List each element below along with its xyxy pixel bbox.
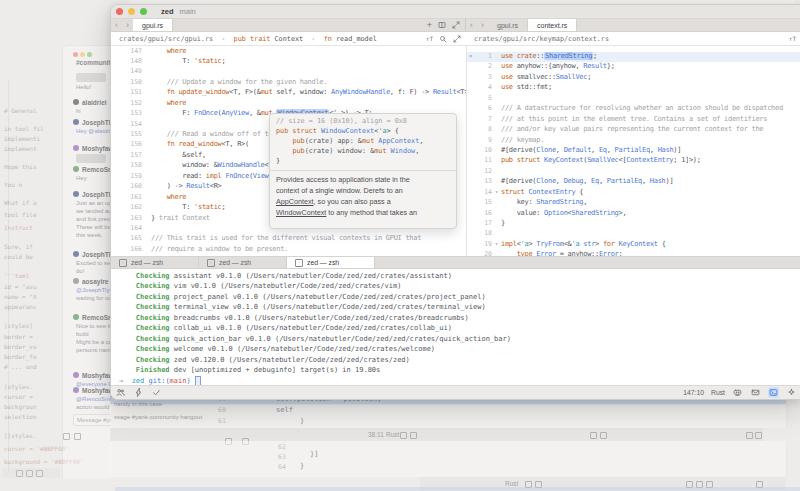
avatar bbox=[73, 251, 79, 257]
text-seg: AppContext bbox=[378, 137, 419, 145]
terminal-tab[interactable]: ›zed — zsh bbox=[287, 257, 375, 268]
chat-message: Just as an update bbox=[76, 200, 111, 206]
chat-username: aosayire bbox=[82, 278, 108, 285]
code-text: ) -> Result<R> bbox=[151, 182, 221, 192]
nav-back-icon[interactable]: ‹ bbox=[466, 19, 477, 31]
nav-back-icon[interactable]: ‹ bbox=[111, 19, 122, 31]
text-seg: std::fmt; bbox=[517, 83, 552, 91]
left-pane-tabbar: ‹ › gpui.rs + bbox=[111, 19, 466, 31]
line-number: 161 bbox=[116, 193, 142, 203]
text-seg: /// at this point in the element tree. C… bbox=[501, 115, 767, 123]
text-seg: › bbox=[213, 35, 233, 43]
text-seg: Hash bbox=[650, 177, 666, 185]
zap-icon[interactable] bbox=[133, 387, 144, 398]
terminal-line: Checking collab_ui v0.1.0 (/Users/natebu… bbox=[111, 324, 800, 334]
chat-message: Excited to see w bbox=[76, 260, 111, 266]
copilot-icon[interactable] bbox=[732, 387, 743, 398]
text-seg: impl bbox=[206, 172, 222, 180]
gutter-space bbox=[142, 78, 151, 88]
code-line: 7 /// at this point in the element tree.… bbox=[467, 115, 800, 125]
text-seg: ; bbox=[587, 73, 591, 81]
text-seg: fn update_window bbox=[151, 88, 229, 96]
cursor-position[interactable]: 147:10 bbox=[683, 389, 704, 396]
editor-pane-context[interactable]: ∗1 use crate::SharedString;2 use anyhow:… bbox=[467, 46, 800, 256]
code-line: 17 } bbox=[467, 219, 800, 229]
code-line: 165 /// This trait is used for the diffe… bbox=[111, 234, 466, 244]
code-text: fn update_window<T, F>(&mut self, window… bbox=[151, 88, 466, 98]
chat-icon[interactable] bbox=[63, 433, 70, 440]
breadcrumb[interactable]: crates/gpui/src/keymap/context.rs ↑T bbox=[466, 32, 800, 45]
assistant-icon[interactable] bbox=[786, 387, 797, 398]
minimize-icon[interactable] bbox=[80, 52, 85, 57]
close-icon[interactable] bbox=[73, 52, 78, 57]
text-seg: , so you can also pass a bbox=[314, 197, 391, 206]
text-seg: WindowHandle bbox=[218, 161, 265, 169]
new-tab-icon[interactable]: + bbox=[427, 21, 432, 30]
code-text: T: 'static; bbox=[151, 57, 225, 67]
pane-divider[interactable] bbox=[466, 46, 467, 256]
fold-arrow-icon[interactable]: ▾ bbox=[492, 240, 501, 250]
close-icon[interactable] bbox=[116, 8, 123, 15]
text-seg: Option bbox=[544, 209, 568, 217]
search-icon[interactable] bbox=[438, 34, 447, 43]
language-selector[interactable]: Rust bbox=[711, 389, 725, 396]
zoom-icon[interactable] bbox=[140, 8, 147, 15]
text-seg: where bbox=[151, 99, 186, 107]
gutter-space bbox=[142, 151, 151, 161]
diagnostics-check-icon[interactable] bbox=[151, 387, 162, 398]
line-number: 9 bbox=[472, 136, 492, 146]
code-action-icon[interactable]: ∗ bbox=[469, 52, 472, 59]
text-seg: Checking bbox=[119, 282, 170, 290]
text-seg: { bbox=[658, 240, 666, 248]
gutter-space bbox=[492, 167, 501, 177]
popup-code-line: pub(crate) app: &mut AppContext, bbox=[276, 137, 450, 147]
title-bar[interactable]: zed main bbox=[111, 5, 800, 19]
tab-context-rs[interactable]: context.rs bbox=[528, 19, 577, 31]
text-seg: 'static bbox=[194, 203, 221, 211]
buffer-search-icon[interactable]: ↑T bbox=[426, 35, 433, 42]
panel-icon bbox=[756, 481, 763, 488]
code-text: read: impl FnOnce(View<T bbox=[151, 172, 276, 182]
collab-users-icon[interactable] bbox=[115, 387, 126, 398]
terminal-line: Checking zed v0.120.0 (/Users/natebutler… bbox=[111, 356, 800, 366]
terminal-line: Checking vim v0.1.0 (/Users/natebutler/C… bbox=[111, 282, 800, 292]
text-seg: KeyContext bbox=[619, 240, 658, 248]
expand-icon[interactable] bbox=[452, 34, 461, 43]
split-icon[interactable] bbox=[437, 21, 446, 30]
text-seg: Checking bbox=[119, 335, 170, 343]
breadcrumb[interactable]: crates/gpui/src/gpui.rs › pub trait Cont… bbox=[111, 32, 466, 45]
zoom-icon[interactable] bbox=[87, 52, 92, 57]
nav-forward-icon[interactable]: › bbox=[477, 19, 488, 31]
terminal-tab[interactable]: ›zed — zsh bbox=[111, 257, 199, 268]
terminal-tab[interactable]: ›zed — zsh bbox=[199, 257, 287, 268]
zoom-pane-icon[interactable] bbox=[451, 21, 460, 30]
text-seg: use bbox=[501, 83, 517, 91]
chat-mention: @RemcoSmitsD bbox=[76, 396, 111, 402]
tab-gpui-rs[interactable]: gpui.rs bbox=[133, 19, 173, 31]
cursor-position: 38:11 bbox=[368, 431, 384, 438]
code-line: 16 value: Option<SharedString>, bbox=[467, 209, 800, 219]
code-text: /// keymap. bbox=[501, 136, 544, 146]
gutter-space bbox=[492, 94, 501, 104]
text-seg: , bbox=[583, 198, 587, 206]
chat-message-input[interactable]: Message #yank-c bbox=[73, 414, 111, 426]
breadcrumb-row: crates/gpui/src/gpui.rs › pub trait Cont… bbox=[111, 32, 800, 46]
divider bbox=[270, 170, 456, 171]
background-statusbar: Rust bbox=[420, 477, 786, 490]
gutter-space bbox=[492, 104, 501, 114]
fold-arrow-icon[interactable]: ▾ bbox=[492, 188, 501, 198]
terminal-toggle-icon[interactable] bbox=[768, 387, 779, 398]
feedback-envelope-icon[interactable] bbox=[750, 387, 761, 398]
tab-gpui-rs[interactable]: gpui.rs bbox=[488, 19, 528, 31]
gutter-space bbox=[142, 57, 151, 67]
nav-forward-icon[interactable]: › bbox=[122, 19, 133, 31]
minimize-icon[interactable] bbox=[128, 8, 135, 15]
chat-icon[interactable] bbox=[74, 433, 81, 440]
terminal-panel[interactable]: Checking assistant v0.1.0 (/Users/natebu… bbox=[111, 269, 800, 385]
code-line: 11 pub struct KeyContext(SmallVec<[Conte… bbox=[467, 156, 800, 166]
gutter-space bbox=[142, 193, 151, 203]
buffer-search-icon[interactable]: ↑T bbox=[789, 35, 796, 42]
gutter-space bbox=[142, 88, 151, 98]
text-seg: { bbox=[575, 188, 583, 196]
text-seg: > bbox=[595, 240, 603, 248]
